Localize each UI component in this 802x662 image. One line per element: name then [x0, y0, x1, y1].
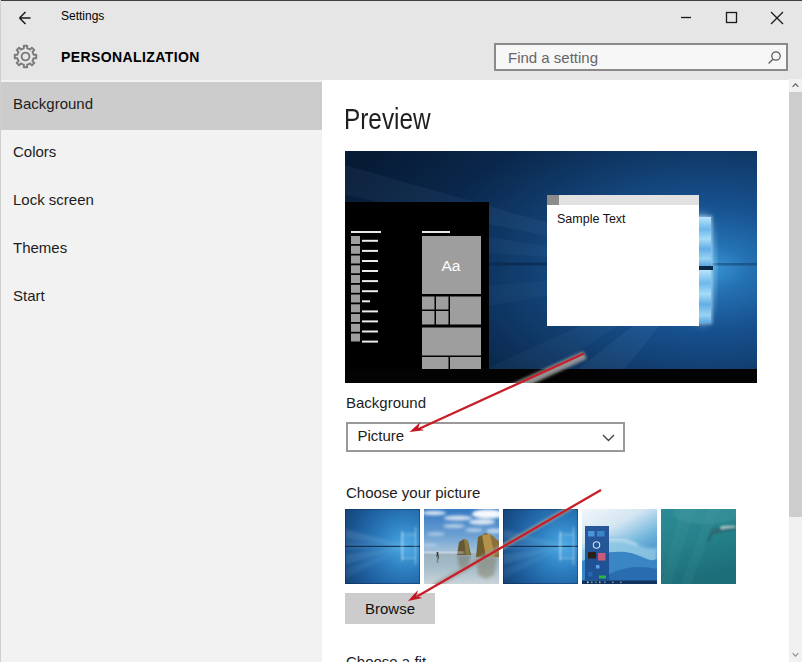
svg-text:Sample Text: Sample Text — [557, 212, 626, 226]
svg-text:Aa: Aa — [442, 257, 461, 274]
